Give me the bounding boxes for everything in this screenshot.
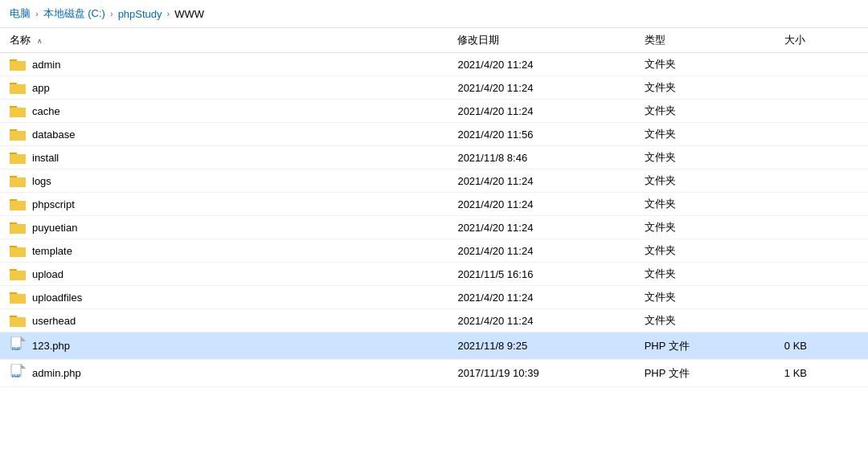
svg-rect-13 (10, 131, 26, 141)
file-size (775, 76, 868, 100)
file-name-cell-3: database (0, 123, 448, 146)
file-name-cell-0: admin (0, 53, 448, 76)
folder-icon (10, 151, 26, 164)
breadcrumb-computer[interactable]: 电脑 (10, 6, 31, 21)
file-date: 2021/4/20 11:24 (448, 216, 634, 239)
file-size (775, 193, 868, 216)
col-header-name[interactable]: 名称 ∧ (0, 28, 448, 53)
file-type: 文件夹 (635, 193, 775, 216)
file-type: 文件夹 (635, 53, 775, 76)
file-size (775, 169, 868, 193)
file-size (775, 216, 868, 239)
svg-rect-9 (10, 108, 26, 117)
file-name-cell-12: PHP 123.php (0, 333, 448, 360)
file-size: 0 KB (775, 333, 868, 360)
file-type: 文件夹 (635, 309, 775, 333)
table-row[interactable]: PHP 123.php2021/11/8 9:25PHP 文件0 KB (0, 333, 868, 360)
file-size: 1 KB (775, 360, 868, 387)
file-type: PHP 文件 (635, 333, 775, 360)
file-name-text: install (32, 152, 59, 164)
file-type: 文件夹 (635, 146, 775, 169)
folder-icon (10, 81, 26, 94)
svg-rect-27 (10, 199, 17, 201)
folder-icon (10, 58, 26, 71)
table-header-row: 名称 ∧ 修改日期 类型 大小 (0, 28, 868, 53)
folder-icon (10, 221, 26, 234)
svg-rect-15 (10, 129, 17, 131)
file-date: 2021/4/20 11:24 (448, 239, 634, 263)
table-row[interactable]: upload2021/11/5 16:16文件夹 (0, 263, 868, 286)
table-row[interactable]: admin2021/4/20 11:24文件夹 (0, 53, 868, 76)
folder-icon (10, 174, 26, 187)
file-name-cell-4: install (0, 146, 448, 169)
breadcrumb-local-c[interactable]: 本地磁盘 (C:) (43, 6, 105, 21)
table-row[interactable]: puyuetian2021/4/20 11:24文件夹 (0, 216, 868, 239)
file-name-cell-8: template (0, 239, 448, 263)
php-file-icon: PHP (10, 364, 26, 382)
file-type: 文件夹 (635, 169, 775, 193)
col-header-date[interactable]: 修改日期 (448, 28, 634, 53)
file-name-text: template (32, 245, 72, 257)
file-date: 2021/11/8 9:25 (448, 333, 634, 360)
svg-rect-39 (10, 269, 17, 271)
svg-rect-33 (10, 247, 26, 257)
table-row[interactable]: userhead2021/4/20 11:24文件夹 (0, 309, 868, 333)
file-name-cell-1: app (0, 76, 448, 100)
table-row[interactable]: uploadfiles2021/4/20 11:24文件夹 (0, 286, 868, 309)
file-type: 文件夹 (635, 239, 775, 263)
sort-indicator: ∧ (37, 37, 43, 45)
file-name-text: upload (32, 268, 63, 280)
file-date: 2021/11/8 8:46 (448, 146, 634, 169)
file-name-cell-2: cache (0, 100, 448, 123)
file-explorer: 名称 ∧ 修改日期 类型 大小 admin2021/4/20 11:24文件夹 (0, 28, 868, 453)
col-header-type[interactable]: 类型 (635, 28, 775, 53)
folder-icon (10, 314, 26, 327)
file-type: PHP 文件 (635, 360, 775, 387)
breadcrumb-www: WWW (174, 8, 204, 20)
file-name-cell-9: upload (0, 263, 448, 286)
col-header-size[interactable]: 大小 (775, 28, 868, 53)
table-row[interactable]: app2021/4/20 11:24文件夹 (0, 76, 868, 100)
file-date: 2021/4/20 11:24 (448, 286, 634, 309)
svg-rect-19 (10, 153, 17, 154)
table-row[interactable]: phpscript2021/4/20 11:24文件夹 (0, 193, 868, 216)
file-name-text: app (32, 82, 50, 94)
file-size (775, 239, 868, 263)
table-row[interactable]: logs2021/4/20 11:24文件夹 (0, 169, 868, 193)
file-name-text: userhead (32, 315, 76, 327)
file-name-cell-5: logs (0, 169, 448, 193)
file-name-text: phpscript (32, 198, 75, 210)
file-name-text: database (32, 129, 76, 141)
file-size (775, 123, 868, 146)
svg-rect-35 (10, 246, 17, 247)
file-name-text: uploadfiles (32, 292, 82, 304)
table-row[interactable]: cache2021/4/20 11:24文件夹 (0, 100, 868, 123)
file-size (775, 286, 868, 309)
file-size (775, 100, 868, 123)
svg-rect-23 (10, 176, 17, 177)
svg-rect-5 (10, 84, 26, 94)
breadcrumb-phpstudy[interactable]: phpStudy (118, 8, 162, 20)
svg-rect-7 (10, 83, 17, 84)
svg-rect-43 (10, 292, 17, 294)
svg-rect-11 (10, 106, 17, 108)
file-date: 2021/4/20 11:56 (448, 123, 634, 146)
table-row[interactable]: database2021/4/20 11:56文件夹 (0, 123, 868, 146)
file-name-text: 123.php (32, 340, 70, 352)
file-date: 2021/4/20 11:24 (448, 76, 634, 100)
svg-rect-29 (10, 224, 26, 234)
table-row[interactable]: PHP admin.php2017/11/19 10:39PHP 文件1 KB (0, 360, 868, 387)
table-row[interactable]: install2021/11/8 8:46文件夹 (0, 146, 868, 169)
file-type: 文件夹 (635, 76, 775, 100)
breadcrumb-sep-2: › (110, 9, 113, 18)
file-name-cell-6: phpscript (0, 193, 448, 216)
svg-rect-25 (10, 201, 26, 210)
table-row[interactable]: template2021/4/20 11:24文件夹 (0, 239, 868, 263)
php-file-icon: PHP (10, 337, 26, 355)
file-name-cell-7: puyuetian (0, 216, 448, 239)
file-date: 2021/11/5 16:16 (448, 263, 634, 286)
file-type: 文件夹 (635, 286, 775, 309)
file-size (775, 309, 868, 333)
file-size (775, 146, 868, 169)
folder-icon (10, 104, 26, 117)
